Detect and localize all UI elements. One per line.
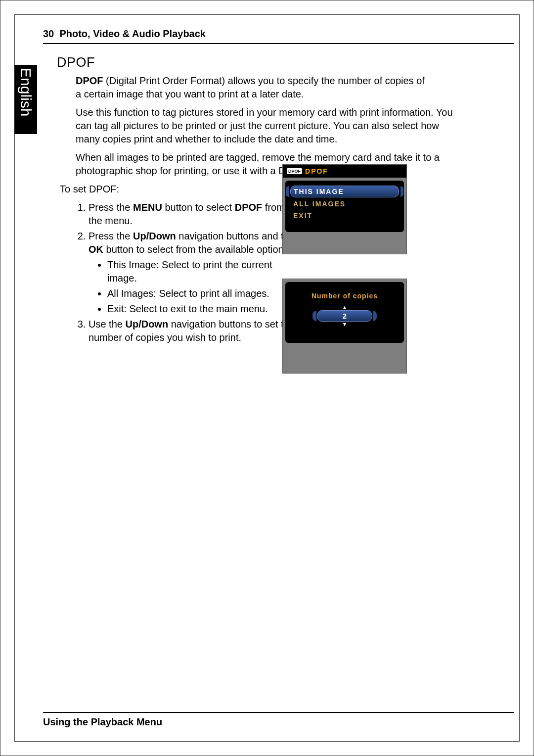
copies-spinner: ▲ 2 ▼	[317, 305, 372, 327]
lcd-number-of-copies: Number of copies ▲ 2 ▼	[282, 279, 407, 374]
updown-ref-2: Up/Down	[125, 319, 168, 330]
steps-list: Press the MENU button to select DPOF fro…	[76, 201, 301, 344]
header-section-title: Photo, Video & Audio Playback	[59, 28, 206, 39]
step-1: Press the MENU button to select DPOF fro…	[89, 201, 301, 228]
lcd-item-all-images: ALL IMAGES	[290, 198, 399, 209]
dpof-badge-icon: DPOF	[287, 168, 302, 174]
paragraph-2: Use this function to tag pictures stored…	[76, 106, 461, 146]
lcd-dpof-menu: DPOF DPOF THIS IMAGE ALL IMAGES EXIT	[282, 164, 407, 254]
language-label: English	[17, 68, 34, 116]
lcd-item-exit: EXIT	[290, 210, 399, 221]
paragraph-1: DPOF (Digital Print Order Format) allows…	[76, 74, 432, 101]
options-list: This Image: Select to print the current …	[99, 258, 301, 316]
header-rule	[43, 43, 514, 44]
ok-ref: OK	[89, 244, 103, 255]
page-header: 30 Photo, Video & Audio Playback	[43, 28, 206, 40]
option-all-images: All Images: Select to print all images.	[107, 287, 301, 300]
copies-value: 2	[317, 310, 372, 322]
lcd-header: DPOF DPOF	[283, 165, 406, 178]
paragraph-1-rest: (Digital Print Order Format) allows you …	[76, 75, 425, 99]
page-footer: Using the Playback Menu	[43, 716, 162, 728]
dpof-ref: DPOF	[235, 202, 263, 213]
arrow-up-icon: ▲	[317, 305, 372, 310]
manual-page: 30 Photo, Video & Audio Playback English…	[0, 0, 534, 756]
section-title: DPOF	[57, 55, 512, 70]
updown-ref: Up/Down	[133, 231, 176, 241]
arrow-down-icon: ▼	[317, 322, 372, 327]
language-tab: English	[14, 65, 37, 134]
lcd-body-copies: Number of copies ▲ 2 ▼	[285, 282, 404, 343]
lcd-body: THIS IMAGE ALL IMAGES EXIT	[285, 181, 404, 232]
step-2: Press the Up/Down navigation buttons and…	[89, 230, 301, 316]
dpof-term: DPOF	[76, 75, 103, 86]
menu-button-ref: MENU	[133, 202, 162, 213]
step-3: Use the Up/Down navigation buttons to se…	[89, 318, 301, 344]
footer-rule	[43, 712, 514, 713]
lcd-item-this-image: THIS IMAGE	[290, 186, 399, 197]
option-exit: Exit: Select to exit to the main menu.	[107, 302, 301, 316]
page-number: 30	[43, 28, 54, 39]
option-this-image: This Image: Select to print the current …	[107, 258, 301, 285]
lcd-title: DPOF	[305, 167, 328, 175]
copies-label: Number of copies	[290, 292, 399, 300]
